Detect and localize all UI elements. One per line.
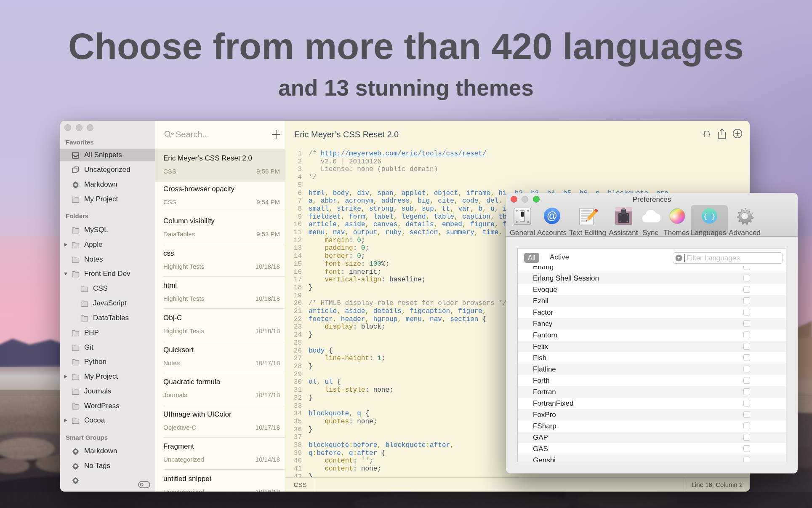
svg-text:@: @ (547, 210, 557, 222)
svg-text:{ }: { } (703, 213, 716, 221)
